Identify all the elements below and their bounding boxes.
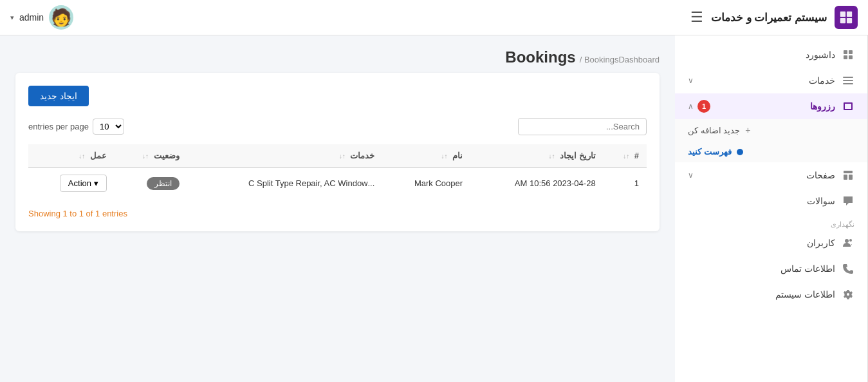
svg-rect-5 (849, 50, 853, 54)
svg-rect-3 (847, 18, 852, 23)
page-header: Bookings / BookingsDashboard (15, 48, 660, 66)
cell-created-at: 2023-04-28 10:56 AM (470, 167, 604, 198)
cell-number: 1 (604, 167, 647, 198)
sidebar-item-contact[interactable]: اطلاعات تماس (675, 256, 867, 282)
sidebar-item-services[interactable]: خدمات ∨ (675, 68, 867, 93)
sidebar: داشبورد خدمات ∨ رزروها 1 ∧ (675, 35, 868, 382)
col-services: خدمات ↑↓ (187, 144, 383, 167)
reservations-caret-icon: ∧ (688, 102, 694, 111)
services-caret-icon: ∨ (688, 76, 694, 85)
cell-services: ...C Split Type Repair, AC Window (187, 167, 383, 198)
sidebar-item-dashboard[interactable]: داشبورد (675, 42, 867, 68)
svg-rect-10 (843, 83, 853, 84)
sort-arrows-date[interactable]: ↑↓ (548, 153, 555, 160)
sidebar-item-contact-inner: اطلاعات تماس (780, 262, 854, 275)
main-content: Bookings / BookingsDashboard ایجاد جدید … (0, 35, 675, 382)
search-input[interactable] (518, 118, 647, 135)
sidebar-item-questions[interactable]: سوالات (675, 188, 867, 214)
svg-point-15 (849, 239, 852, 242)
svg-rect-4 (844, 50, 847, 54)
svg-rect-0 (840, 12, 845, 17)
list-icon (842, 74, 854, 87)
svg-rect-8 (843, 77, 853, 78)
topnav-right: 🧑 admin ▾ (10, 5, 73, 30)
entries-per-page-label: entries per page (28, 122, 89, 131)
col-status: وضعیت ↑↓ (115, 144, 187, 167)
sidebar-questions-label: سوالات (807, 196, 835, 206)
table-row: 1 2023-04-28 10:56 AM Mark Cooper ...C S… (28, 167, 647, 198)
svg-rect-12 (844, 175, 847, 180)
entries-label-group: entries per page 10 25 50 (28, 119, 124, 135)
col-action: عمل ↑↓ (28, 144, 115, 167)
book-icon (842, 100, 854, 113)
breadcrumb: / BookingsDashboard (580, 55, 660, 64)
breadcrumb-link[interactable]: BookingsDashboard (584, 55, 660, 64)
layout: داشبورد خدمات ∨ رزروها 1 ∧ (0, 35, 868, 382)
svg-rect-2 (840, 18, 845, 23)
users-icon (842, 236, 854, 249)
status-badge: انتظر (147, 177, 180, 190)
hamburger-icon[interactable]: ☰ (690, 9, 703, 26)
svg-rect-6 (844, 55, 847, 59)
sidebar-item-system-inner: اطلاعات سیستم (775, 288, 854, 301)
sidebar-dashboard-label: داشبورد (806, 50, 835, 60)
sidebar-item-services-inner: خدمات (809, 74, 854, 87)
svg-rect-7 (849, 55, 853, 59)
admin-dropdown-caret[interactable]: ▾ (10, 14, 14, 22)
reservations-right: 1 ∧ (688, 100, 710, 113)
sidebar-users-label: کاربران (807, 238, 835, 248)
sidebar-item-system-info[interactable]: اطلاعات سیستم (675, 282, 867, 307)
sidebar-reservations-label: رزروها (810, 101, 835, 111)
sidebar-services-label: خدمات (809, 75, 835, 86)
sort-arrows-number[interactable]: ↑↓ (623, 153, 629, 160)
svg-rect-11 (844, 171, 853, 173)
sort-arrows-status[interactable]: ↑↓ (142, 153, 149, 160)
sidebar-section-label: نگهداری (675, 214, 867, 230)
sidebar-item-pages-inner: صفحات (806, 169, 854, 182)
sort-arrows-services[interactable]: ↑↓ (339, 153, 346, 160)
sidebar-subitem-list[interactable]: فهرست کنید (675, 141, 867, 162)
entries-select[interactable]: 10 25 50 (93, 119, 124, 135)
sidebar-sysinfo-label: اطلاعات سیستم (775, 289, 835, 300)
cell-name: Mark Cooper (382, 167, 470, 198)
gear-icon (842, 288, 854, 301)
col-name: نام ↑↓ (382, 144, 470, 167)
sort-arrows-name[interactable]: ↑↓ (441, 153, 447, 160)
svg-rect-9 (843, 80, 853, 81)
avatar: 🧑 (49, 5, 73, 30)
bookings-card: ایجاد جدید entries per page 10 25 50 (15, 73, 660, 231)
showing-text: Showing 1 to 1 of 1 entries (28, 209, 647, 218)
table-controls: entries per page 10 25 50 (28, 118, 647, 135)
subitem-add-label: جدید اضافه کن (688, 126, 740, 135)
sidebar-item-questions-inner: سوالات (807, 195, 854, 207)
cell-action: ▾ Action (28, 167, 115, 198)
cell-status: انتظر (115, 167, 187, 198)
sidebar-item-users[interactable]: کاربران (675, 230, 867, 256)
sort-arrows-action[interactable]: ↑↓ (78, 153, 85, 160)
subitem-list-label: فهرست کنید (688, 147, 732, 157)
action-button[interactable]: ▾ Action (60, 175, 107, 192)
bookings-table: # ↑↓ تاریخ ایجاد ↑↓ نام ↑↓ خدمات (28, 144, 647, 198)
col-number: # ↑↓ (604, 144, 647, 167)
svg-rect-13 (849, 175, 853, 180)
svg-point-16 (847, 293, 849, 296)
sidebar-pages-label: صفحات (806, 170, 835, 180)
create-button[interactable]: ایجاد جدید (28, 86, 89, 106)
svg-rect-1 (847, 12, 852, 17)
sidebar-item-reservations[interactable]: رزروها 1 ∧ (675, 93, 867, 119)
breadcrumb-separator: / (580, 55, 582, 64)
col-created-at: تاریخ ایجاد ↑↓ (470, 144, 604, 167)
sidebar-contact-label: اطلاعات تماس (780, 263, 835, 274)
layout-icon (842, 169, 854, 182)
chat-icon (842, 195, 854, 207)
dot-blue-icon (737, 149, 743, 155)
reservations-submenu: + جدید اضافه کن فهرست کنید (675, 119, 867, 162)
site-title: سیستم تعمیرات و خدمات (711, 11, 827, 24)
pages-caret-icon: ∨ (688, 171, 694, 180)
sidebar-item-users-inner: کاربران (807, 236, 854, 249)
admin-name[interactable]: admin (19, 12, 44, 23)
sidebar-item-pages[interactable]: صفحات ∨ (675, 162, 867, 188)
sidebar-subitem-add-new[interactable]: + جدید اضافه کن (675, 119, 867, 141)
grid-icon (842, 48, 854, 61)
action-label: Action (68, 178, 91, 188)
